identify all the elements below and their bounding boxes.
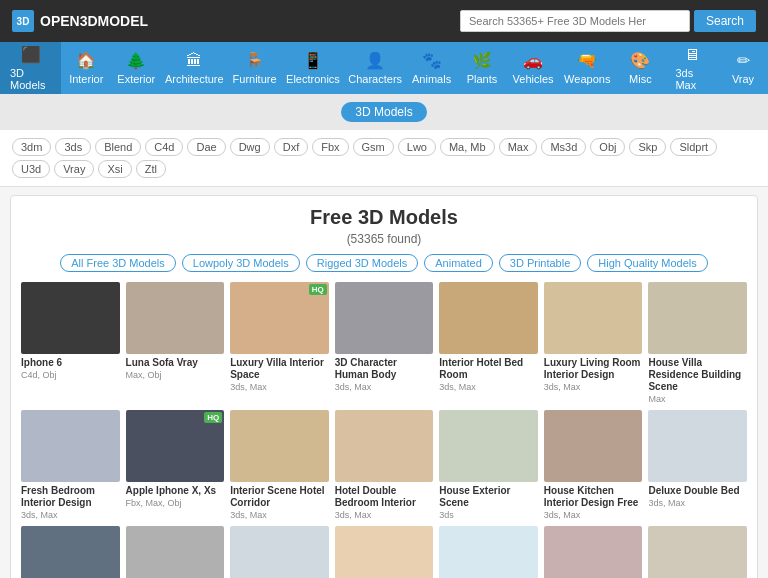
model-card[interactable]: Mickey Mouse: [126, 526, 225, 578]
model-card[interactable]: Fresh Bedroom Interior Design 3ds, Max: [21, 410, 120, 520]
format-tag-fbx[interactable]: Fbx: [312, 138, 348, 156]
format-tag-gsm[interactable]: Gsm: [353, 138, 394, 156]
model-card[interactable]: HQ Luxury Villa Interior Space 3ds, Max: [230, 282, 329, 404]
format-tag-vray[interactable]: Vray: [54, 160, 94, 178]
card-formats: 3ds, Max: [544, 510, 643, 520]
filter-tag[interactable]: Lowpoly 3D Models: [182, 254, 300, 272]
nav-item-vehicles[interactable]: 🚗Vehicles: [507, 42, 559, 94]
model-card[interactable]: Interior Scene Hotel Corridor 3ds, Max: [230, 410, 329, 520]
nav-item-3d-models[interactable]: ⬛3D Models: [0, 42, 61, 94]
model-card[interactable]: Deluxe Double Bed 3ds, Max: [648, 410, 747, 520]
model-card[interactable]: House Villa Residence Building Scene Max: [648, 282, 747, 404]
format-tag-blend[interactable]: Blend: [95, 138, 141, 156]
nav-label: Weapons: [564, 73, 610, 85]
nav-label: Vray: [732, 73, 754, 85]
nav-icon: 🖥: [684, 46, 700, 64]
format-tag-skp[interactable]: Skp: [629, 138, 666, 156]
model-card[interactable]: Interior Design Family Resting Place: [335, 526, 434, 578]
nav-item-animals[interactable]: 🐾Animals: [406, 42, 457, 94]
card-thumbnail: [126, 526, 225, 578]
hq-badge: HQ: [204, 412, 222, 423]
card-title: House Kitchen Interior Design Free: [544, 485, 643, 509]
model-card[interactable]: House Kitchen Interior Design Free 3ds, …: [544, 410, 643, 520]
nav-item-exterior[interactable]: 🌲Exterior: [111, 42, 161, 94]
model-card[interactable]: HQ Apple Iphone X, Xs Fbx, Max, Obj: [126, 410, 225, 520]
card-thumbnail: [335, 282, 434, 354]
nav-item-plants[interactable]: 🌿Plants: [457, 42, 507, 94]
model-card[interactable]: Sheep: [648, 526, 747, 578]
model-card[interactable]: Skyscraper Exterior Scene: [21, 526, 120, 578]
model-card[interactable]: Luna Sofa Vray Max, Obj: [126, 282, 225, 404]
nav-label: Animals: [412, 73, 451, 85]
model-card[interactable]: Modern Home Kitchen Design: [230, 526, 329, 578]
card-title: Apple Iphone X, Xs: [126, 485, 225, 497]
model-card[interactable]: Iphone 6 C4d, Obj: [21, 282, 120, 404]
nav-item-3ds-max[interactable]: 🖥3ds Max: [665, 42, 718, 94]
nav-label: Architecture: [165, 73, 224, 85]
card-thumbnail: [126, 282, 225, 354]
search-button[interactable]: Search: [694, 10, 756, 32]
format-tag-ma--mb[interactable]: Ma, Mb: [440, 138, 495, 156]
card-formats: 3ds, Max: [544, 382, 643, 392]
model-card[interactable]: Hotel Double Bedroom Interior 3ds, Max: [335, 410, 434, 520]
search-input[interactable]: [460, 10, 690, 32]
format-tag-lwo[interactable]: Lwo: [398, 138, 436, 156]
nav-item-interior[interactable]: 🏠Interior: [61, 42, 111, 94]
logo: 3D OPEN3DMODEL: [12, 10, 148, 32]
format-tag-obj[interactable]: Obj: [590, 138, 625, 156]
format-tag-ms3d[interactable]: Ms3d: [541, 138, 586, 156]
card-formats: 3ds, Max: [439, 382, 538, 392]
nav-label: 3ds Max: [675, 67, 708, 91]
filter-tag[interactable]: High Quality Models: [587, 254, 707, 272]
card-formats: Max, Obj: [126, 370, 225, 380]
card-formats: Max: [648, 394, 747, 404]
format-tag-xsi[interactable]: Xsi: [98, 160, 131, 178]
main-nav: ⬛3D Models🏠Interior🌲Exterior🏛Architectur…: [0, 42, 768, 94]
nav-item-misc[interactable]: 🎨Misc: [615, 42, 665, 94]
format-tag-u3d[interactable]: U3d: [12, 160, 50, 178]
model-card[interactable]: Office Interior Design Scene: [544, 526, 643, 578]
model-grid: Iphone 6 C4d, Obj Luna Sofa Vray Max, Ob…: [21, 282, 747, 578]
filter-tag[interactable]: All Free 3D Models: [60, 254, 176, 272]
format-tag-max[interactable]: Max: [499, 138, 538, 156]
search-bar: Search: [460, 10, 756, 32]
card-formats: C4d, Obj: [21, 370, 120, 380]
card-formats: 3ds, Max: [335, 382, 434, 392]
model-card[interactable]: House Exterior Scene 3ds: [439, 410, 538, 520]
filter-tag[interactable]: Rigged 3D Models: [306, 254, 419, 272]
card-formats: 3ds, Max: [21, 510, 120, 520]
nav-label: Vehicles: [513, 73, 554, 85]
nav-icon: 🌲: [126, 51, 146, 70]
card-formats: 3ds, Max: [230, 510, 329, 520]
nav-item-architecture[interactable]: 🏛Architecture: [161, 42, 227, 94]
card-formats: 3ds, Max: [230, 382, 329, 392]
nav-label: Misc: [629, 73, 652, 85]
breadcrumb-tag[interactable]: 3D Models: [341, 102, 426, 122]
nav-item-weapons[interactable]: 🔫Weapons: [559, 42, 615, 94]
format-tag-ztl[interactable]: Ztl: [136, 160, 166, 178]
nav-item-electronics[interactable]: 📱Electronics: [282, 42, 344, 94]
model-card[interactable]: Corporate Office Design Interior Scene: [439, 526, 538, 578]
nav-item-furniture[interactable]: 🪑Furniture: [227, 42, 282, 94]
format-tag-dae[interactable]: Dae: [187, 138, 225, 156]
model-card[interactable]: Interior Hotel Bed Room 3ds, Max: [439, 282, 538, 404]
model-card[interactable]: Luxury Living Room Interior Design 3ds, …: [544, 282, 643, 404]
nav-label: Furniture: [233, 73, 277, 85]
format-tag-3dm[interactable]: 3dm: [12, 138, 51, 156]
format-tag-sldprt[interactable]: Sldprt: [670, 138, 717, 156]
filter-tag[interactable]: 3D Printable: [499, 254, 582, 272]
card-thumbnail: [544, 526, 643, 578]
format-tag-c4d[interactable]: C4d: [145, 138, 183, 156]
format-tag-dxf[interactable]: Dxf: [274, 138, 309, 156]
nav-icon: ✏: [737, 51, 750, 70]
model-card[interactable]: 3D Character Human Body 3ds, Max: [335, 282, 434, 404]
nav-item-vray[interactable]: ✏Vray: [718, 42, 768, 94]
nav-label: 3D Models: [10, 67, 51, 91]
format-tag-3ds[interactable]: 3ds: [55, 138, 91, 156]
format-tag-dwg[interactable]: Dwg: [230, 138, 270, 156]
card-formats: 3ds, Max: [648, 498, 747, 508]
nav-item-characters[interactable]: 👤Characters: [344, 42, 406, 94]
filter-tag[interactable]: Animated: [424, 254, 492, 272]
nav-icon: 📱: [303, 51, 323, 70]
card-formats: 3ds: [439, 510, 538, 520]
